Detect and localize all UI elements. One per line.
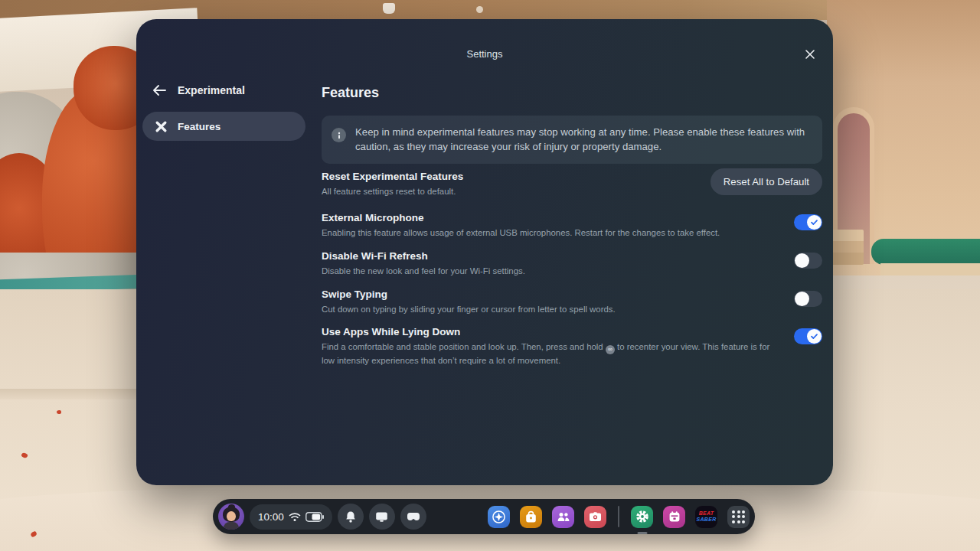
check-icon bbox=[810, 218, 818, 227]
dock-divider bbox=[618, 506, 619, 527]
app-explore[interactable] bbox=[488, 506, 510, 528]
headset-button[interactable] bbox=[400, 504, 426, 530]
reset-all-button[interactable]: Reset All to Default bbox=[710, 168, 822, 195]
status-pill[interactable]: 10:00 bbox=[250, 504, 332, 530]
feature-title: Use Apps While Lying Down bbox=[322, 326, 775, 337]
feature-description: Find a comfortable and stable position a… bbox=[322, 341, 775, 367]
use-apps-lying-down-toggle[interactable] bbox=[794, 328, 822, 344]
app-dock: BEAT SABER bbox=[488, 506, 750, 528]
experimental-features-icon bbox=[155, 120, 168, 133]
toggle-knob bbox=[795, 253, 809, 268]
taskbar: 10:00 bbox=[213, 499, 755, 534]
sidebar-item-label: Features bbox=[178, 121, 220, 132]
background-bench bbox=[871, 239, 980, 265]
notifications-button[interactable] bbox=[338, 504, 364, 530]
back-navigation-experimental[interactable]: Experimental bbox=[152, 84, 245, 96]
user-avatar[interactable] bbox=[218, 504, 244, 530]
store-bag-icon bbox=[524, 510, 537, 523]
screen-cast-button[interactable] bbox=[369, 504, 395, 530]
headset-icon bbox=[407, 512, 420, 522]
page-title: Features bbox=[322, 85, 822, 101]
battery-icon bbox=[305, 512, 324, 522]
window-title: Settings bbox=[136, 48, 833, 60]
background-ornament bbox=[476, 6, 483, 13]
camera-icon bbox=[589, 511, 602, 522]
background-bench-base bbox=[880, 263, 980, 276]
app-events[interactable] bbox=[663, 506, 685, 528]
reset-experimental-row: Reset Experimental Features All feature … bbox=[322, 171, 822, 198]
experimental-warning-banner: Keep in mind experimental features may s… bbox=[322, 116, 822, 164]
people-icon bbox=[557, 511, 570, 523]
explore-icon bbox=[492, 510, 506, 524]
app-settings-active[interactable] bbox=[631, 506, 653, 528]
beat-saber-label-top: BEAT bbox=[699, 510, 714, 517]
feature-title: Swipe Typing bbox=[322, 289, 775, 300]
app-library-button[interactable] bbox=[727, 506, 750, 528]
wifi-icon bbox=[289, 512, 301, 522]
features-content: Features Keep in mind experimental featu… bbox=[322, 85, 822, 468]
disable-wifi-refresh-toggle[interactable] bbox=[794, 253, 822, 269]
feature-row-external-microphone: External Microphone Enabling this featur… bbox=[322, 212, 822, 240]
bell-icon bbox=[345, 510, 357, 523]
feature-row-use-apps-lying-down: Use Apps While Lying Down Find a comfort… bbox=[322, 326, 822, 367]
close-icon bbox=[805, 49, 815, 60]
beat-saber-label-bottom: SABER bbox=[696, 517, 716, 523]
background-plant-pot bbox=[383, 3, 395, 14]
settings-window: Settings Experimental Features Features … bbox=[136, 19, 833, 485]
app-beat-saber[interactable]: BEAT SABER bbox=[695, 506, 717, 528]
toggle-knob bbox=[807, 329, 822, 344]
app-store[interactable] bbox=[520, 506, 542, 528]
back-arrow-icon bbox=[152, 84, 167, 96]
background-stairs bbox=[828, 230, 864, 265]
clock: 10:00 bbox=[258, 511, 284, 523]
app-people[interactable] bbox=[552, 506, 574, 528]
back-label: Experimental bbox=[178, 84, 245, 96]
screen-cast-icon bbox=[375, 511, 388, 523]
toggle-knob bbox=[807, 215, 822, 230]
close-button[interactable] bbox=[799, 44, 821, 65]
app-camera[interactable] bbox=[584, 506, 606, 528]
feature-title: Disable Wi-Fi Refresh bbox=[322, 250, 775, 262]
feature-description: Disable the new look and feel for your W… bbox=[322, 265, 775, 278]
external-microphone-toggle[interactable] bbox=[794, 214, 822, 230]
calendar-icon bbox=[668, 510, 681, 523]
feature-description: Cut down on typing by sliding your finge… bbox=[322, 303, 775, 316]
check-icon bbox=[810, 332, 818, 341]
feature-row-swipe-typing: Swipe Typing Cut down on typing by slidi… bbox=[322, 289, 822, 316]
feature-description: Enabling this feature allows usage of ex… bbox=[322, 227, 775, 240]
swipe-typing-toggle[interactable] bbox=[794, 291, 822, 307]
warning-text: Keep in mind experimental features may s… bbox=[355, 126, 810, 154]
feature-title: External Microphone bbox=[322, 212, 775, 223]
toggle-knob bbox=[795, 292, 809, 306]
gear-icon bbox=[635, 510, 649, 523]
feature-row-disable-wifi-refresh: Disable Wi-Fi Refresh Disable the new lo… bbox=[322, 250, 822, 278]
meta-button-icon: ∞ bbox=[606, 345, 615, 354]
info-icon bbox=[332, 128, 346, 142]
sidebar-item-features[interactable]: Features bbox=[142, 112, 305, 141]
app-grid-icon bbox=[732, 510, 745, 523]
